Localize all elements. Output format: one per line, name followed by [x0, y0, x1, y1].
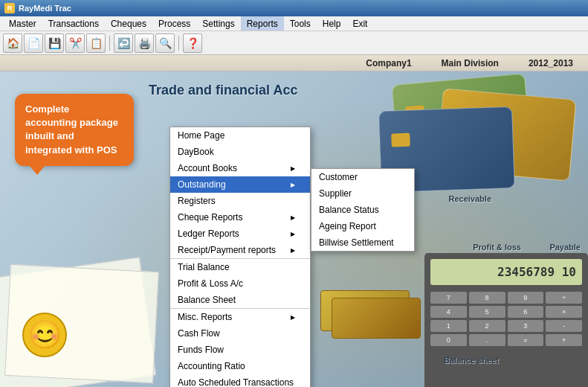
company-name: Company1 [366, 58, 411, 68]
receipt-payment-arrow: ▶ [291, 247, 295, 254]
toolbar-search[interactable]: 🔍 [155, 33, 175, 53]
calc-btn-0[interactable]: 0 [430, 334, 467, 346]
fiscal-year: 2012_2013 [529, 58, 573, 68]
info-bar: Company1 Main Division 2012_2013 [0, 55, 588, 71]
ledger-reports-arrow: ▶ [291, 231, 295, 237]
calc-btn-dot[interactable]: . [469, 334, 505, 346]
menu-help[interactable]: Help [317, 16, 347, 31]
money-area [320, 290, 424, 342]
calc-btn-sub[interactable]: - [546, 320, 582, 332]
calc-btn-1[interactable]: 1 [430, 320, 467, 332]
toolbar-undo[interactable]: ↩️ [114, 33, 133, 53]
calc-btn-div[interactable]: ÷ [546, 292, 582, 304]
calc-btn-add[interactable]: + [546, 334, 582, 346]
menu-transactions[interactable]: Transactions [42, 16, 105, 31]
reports-menu: Home Page DayBook Account Books ▶ Outsta… [169, 127, 311, 387]
label-profit-loss: Profit & loss [473, 243, 521, 252]
reports-dropdown: Home Page DayBook Account Books ▶ Outsta… [169, 127, 311, 387]
toolbar-new[interactable]: 📄 [24, 33, 43, 53]
calc-display: 23456789 10 [497, 265, 576, 279]
calc-buttons: 7 8 9 ÷ 4 5 6 × 1 2 3 - 0 . = + [424, 289, 588, 349]
menu-item-trial-balance[interactable]: Trial Balance [170, 258, 310, 275]
app-title: RayMedi Trac [19, 4, 71, 13]
menu-process[interactable]: Process [152, 16, 196, 31]
menu-exit[interactable]: Exit [346, 16, 373, 31]
menu-item-account-books[interactable]: Account Books ▶ [170, 160, 310, 176]
toolbar-print[interactable]: 🖨️ [135, 33, 154, 53]
menu-item-home-page[interactable]: Home Page [170, 127, 310, 144]
menu-item-cash-flow[interactable]: Cash Flow [170, 325, 310, 342]
menu-cheques[interactable]: Cheques [105, 16, 152, 31]
menu-item-misc-reports[interactable]: Misc. Reports ▶ [170, 308, 310, 325]
calc-btn-4[interactable]: 4 [430, 306, 467, 318]
submenu-billwise[interactable]: Billwise Settlement [311, 234, 414, 251]
toolbar-save[interactable]: 💾 [45, 33, 64, 53]
calc-screen: 23456789 10 [430, 259, 582, 285]
label-receivable: Receivable [449, 194, 491, 203]
submenu-ageing-report[interactable]: Ageing Report [311, 218, 414, 234]
calc-btn-8[interactable]: 8 [469, 292, 505, 304]
banknote-2 [332, 298, 421, 339]
main-title: Trade and financial Acc [149, 83, 297, 98]
menu-settings[interactable]: Settings [196, 16, 240, 31]
calc-btn-mul[interactable]: × [546, 306, 582, 318]
menu-item-balance-sheet[interactable]: Balance Sheet [170, 292, 310, 308]
submenu-customer[interactable]: Customer [311, 169, 414, 185]
menu-item-accounting-ratio[interactable]: Accounting Ratio [170, 358, 310, 374]
misc-reports-arrow: ▶ [291, 314, 295, 321]
menu-item-auto-scheduled[interactable]: Auto Scheduled Transactions [170, 374, 310, 387]
label-balance-sheet: Balance sheet [444, 356, 499, 365]
toolbar-sep2 [178, 36, 179, 51]
title-bar: R RayMedi Trac [0, 0, 588, 16]
calc-btn-5[interactable]: 5 [469, 306, 505, 318]
toolbar: 🏠 📄 💾 ✂️ 📋 ↩️ 🖨️ 🔍 ❓ [0, 31, 588, 55]
label-payable: Payable [549, 243, 581, 252]
calculator: 23456789 10 7 8 9 ÷ 4 5 6 × 1 2 3 - 0 . … [424, 253, 588, 387]
toolbar-home[interactable]: 🏠 [3, 33, 22, 53]
menu-item-ledger-reports[interactable]: Ledger Reports ▶ [170, 226, 310, 242]
calc-btn-2[interactable]: 2 [469, 320, 505, 332]
outstanding-arrow: ▶ [291, 182, 295, 188]
submenu-balance-status[interactable]: Balance Status [311, 202, 414, 218]
calc-btn-6[interactable]: 6 [508, 306, 544, 318]
menu-item-cheque-reports[interactable]: Cheque Reports ▶ [170, 209, 310, 226]
calc-btn-9[interactable]: 9 [508, 292, 544, 304]
submenu-supplier[interactable]: Supplier [311, 185, 414, 202]
main-content: ABSA VISA ATEI 23456789 10 7 8 9 ÷ 4 5 6… [0, 71, 588, 387]
info-bubble: Complete accounting package inbuilt and … [15, 94, 134, 166]
menu-bar: Master Transactions Cheques Process Sett… [0, 16, 588, 31]
outstanding-submenu: Customer Supplier Balance Status Ageing … [311, 168, 415, 252]
menu-item-registers[interactable]: Registers [170, 193, 310, 209]
menu-master[interactable]: Master [3, 16, 42, 31]
card-chip-blue [391, 133, 410, 147]
toolbar-help[interactable]: ❓ [183, 33, 202, 53]
cheque-reports-arrow: ▶ [291, 214, 295, 221]
account-books-arrow: ▶ [291, 165, 295, 172]
toolbar-paste[interactable]: 📋 [86, 33, 106, 53]
menu-item-receipt-payment[interactable]: Receipt/Payment reports ▶ [170, 242, 310, 258]
menu-item-outstanding[interactable]: Outstanding ▶ Customer Supplier Balance … [170, 176, 310, 193]
toolbar-sep1 [109, 36, 110, 51]
app-icon: R [4, 3, 15, 13]
menu-item-profit-loss[interactable]: Profit & Loss A/c [170, 275, 310, 292]
menu-item-daybook[interactable]: DayBook [170, 144, 310, 160]
toolbar-cut[interactable]: ✂️ [65, 33, 85, 53]
papers-area [0, 238, 186, 387]
calc-btn-7[interactable]: 7 [430, 292, 467, 304]
menu-reports[interactable]: Reports [241, 16, 284, 31]
calc-btn-3[interactable]: 3 [508, 320, 544, 332]
calc-btn-eq[interactable]: = [508, 334, 544, 346]
menu-item-funds-flow[interactable]: Funds Flow [170, 342, 310, 358]
smiley-face: 😊 [22, 313, 67, 357]
menu-tools[interactable]: Tools [284, 16, 317, 31]
division-name: Main Division [442, 58, 499, 68]
